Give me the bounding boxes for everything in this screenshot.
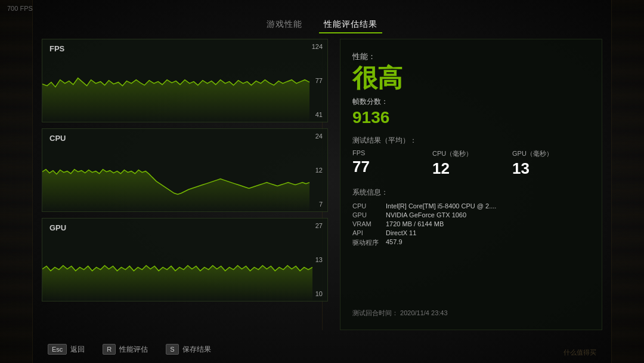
avg-results-label: 测试结果（平均）： <box>352 136 590 146</box>
save-label: 保存结果 <box>182 344 211 355</box>
gpu-chart-label: GPU <box>49 223 66 232</box>
fps-chart-values: 124 77 41 <box>312 43 323 118</box>
save-nav-item[interactable]: S 保存结果 <box>166 344 210 355</box>
sys-info-label: 系统信息： <box>352 187 590 198</box>
watermark: 什么值得买 <box>564 348 596 357</box>
nav-tabs: 游戏性能 性能评估结果 <box>262 17 382 33</box>
fps-chart-svg <box>42 39 312 122</box>
avg-fps-value: 77 <box>352 158 430 176</box>
avg-cpu-col: CPU（毫秒） 12 <box>432 149 510 178</box>
cpu-min: 7 <box>315 201 323 208</box>
stats-panel: 性能： 很高 帧数分数： 9136 测试结果（平均）： FPS 77 CPU（毫… <box>340 39 602 330</box>
gpu-max: 27 <box>315 222 323 229</box>
frame-count: 9136 <box>352 108 590 127</box>
api-key: API <box>352 229 379 236</box>
fps-chart-label: FPS <box>49 44 64 53</box>
vram-val: 1720 MB / 6144 MB <box>386 220 590 227</box>
gpu-chart-svg <box>42 219 312 302</box>
gpu-mid: 13 <box>315 256 323 263</box>
cpu-chart-label: CPU <box>49 134 66 143</box>
fps-min: 41 <box>312 111 323 118</box>
avg-fps-header: FPS <box>352 149 430 156</box>
left-decorative-panel <box>0 0 33 363</box>
vram-key: VRAM <box>352 220 379 227</box>
avg-cpu-value: 12 <box>432 159 510 178</box>
cpu-chart-values: 24 12 7 <box>315 133 323 208</box>
cpu-mid: 12 <box>315 167 323 174</box>
fps-mid: 77 <box>312 77 323 84</box>
gpu-val: NVIDIA GeForce GTX 1060 <box>386 211 590 219</box>
perf-label: 性能评估 <box>119 344 148 355</box>
fps-counter: 700 FPS <box>7 5 33 12</box>
main-content: FPS 124 77 41 CPU <box>42 39 602 330</box>
sys-info-grid: CPU Intel[R] Core[TM] i5-8400 CPU @ 2...… <box>352 202 590 247</box>
perf-rating: 很高 <box>352 64 590 92</box>
avg-gpu-header: GPU（毫秒） <box>512 149 590 158</box>
driver-key: 驱动程序 <box>352 238 379 247</box>
gpu-chart-values: 27 13 10 <box>315 222 323 297</box>
back-nav-item[interactable]: Esc 返回 <box>48 344 85 355</box>
cpu-key: CPU <box>352 202 379 210</box>
cpu-chart-svg <box>42 129 312 212</box>
fps-max: 124 <box>312 43 323 50</box>
test-time: 测试回合时间： 2020/11/4 23:43 <box>352 309 590 318</box>
avg-gpu-col: GPU（毫秒） 13 <box>512 149 590 178</box>
back-key-badge: Esc <box>48 344 67 355</box>
perf-key-badge: R <box>103 344 116 355</box>
save-key-badge: S <box>166 344 178 355</box>
right-decorative-panel <box>611 0 644 363</box>
cpu-max: 24 <box>315 133 323 140</box>
gpu-key: GPU <box>352 211 379 219</box>
bottom-nav: Esc 返回 R 性能评估 S 保存结果 <box>48 344 211 355</box>
avg-fps-col: FPS 77 <box>352 149 430 178</box>
avg-gpu-value: 13 <box>512 159 590 178</box>
gpu-chart: GPU 27 13 10 <box>42 218 328 302</box>
frame-count-label: 帧数分数： <box>352 97 590 107</box>
api-val: DirectX 11 <box>386 229 590 236</box>
back-label: 返回 <box>70 344 85 355</box>
cpu-val: Intel[R] Core[TM] i5-8400 CPU @ 2.... <box>386 202 590 210</box>
charts-panel: FPS 124 77 41 CPU <box>42 39 328 330</box>
cpu-chart: CPU 24 12 7 <box>42 128 328 212</box>
tab-game-perf[interactable]: 游戏性能 <box>262 17 307 33</box>
avg-cpu-header: CPU（毫秒） <box>432 149 510 158</box>
gpu-min: 10 <box>315 290 323 297</box>
perf-eval-nav-item[interactable]: R 性能评估 <box>103 344 148 355</box>
driver-val: 457.9 <box>386 238 590 247</box>
fps-chart: FPS 124 77 41 <box>42 39 328 122</box>
avg-grid: FPS 77 CPU（毫秒） 12 GPU（毫秒） 13 <box>352 149 590 178</box>
tab-perf-results[interactable]: 性能评估结果 <box>319 17 382 33</box>
perf-label: 性能： <box>352 51 590 62</box>
